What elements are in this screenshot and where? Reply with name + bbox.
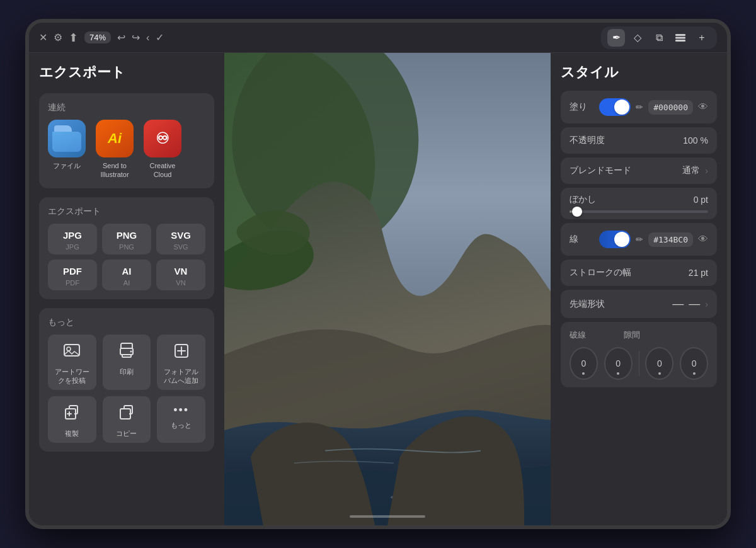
export-section: エクスポート JPG JPG PNG PNG SVG SVG [39, 197, 214, 299]
line-cap-icons: — — › [672, 297, 708, 311]
more-section: もっと アートワークを投稿 [39, 308, 214, 452]
cc-app-label: CreativeCloud [150, 161, 176, 180]
tool-shapes[interactable]: ◇ [629, 29, 646, 47]
fill-toggle[interactable] [599, 98, 631, 116]
more-btn-duplicate[interactable]: 複製 [48, 396, 96, 443]
gap-knob-2[interactable]: 0 [680, 347, 708, 380]
stroke-toggle[interactable] [599, 231, 631, 248]
more-btn-more[interactable]: ••• もっと [157, 396, 205, 443]
fill-row-right: ✏ #000000 👁 [592, 98, 708, 116]
more-btn-post-artwork[interactable]: アートワークを投稿 [48, 334, 96, 391]
svg-point-8 [130, 350, 132, 352]
gap-knob-1[interactable]: 0 [645, 347, 673, 380]
style-title: スタイル [561, 63, 717, 82]
stroke-label: 線 [570, 234, 578, 245]
blend-arrow-icon: › [705, 166, 708, 176]
fill-hex[interactable]: #000000 [648, 100, 693, 115]
opacity-row[interactable]: 不透明度 100 % [561, 127, 717, 154]
post-artwork-icon [63, 342, 81, 363]
dash-knob-2[interactable]: 0 [604, 347, 633, 380]
dash-row-header: 破線 隙間 [570, 329, 708, 341]
format-png[interactable]: PNG PNG [102, 224, 151, 254]
zoom-badge[interactable]: 74% [84, 31, 111, 43]
illustrator-app-icon: Ai [96, 120, 134, 157]
stroke-hex[interactable]: #134BC0 [648, 232, 693, 247]
continuous-section: 連続 ファイル [39, 93, 214, 188]
blend-value: 通常 [682, 165, 700, 176]
dash-knob-1[interactable]: 0 [570, 347, 598, 380]
line-cap-round-icon: — [689, 297, 700, 311]
more-btn-photo-album[interactable]: フォトアルバムへ追加 [157, 334, 205, 391]
format-jpg[interactable]: JPG JPG [48, 224, 97, 254]
fill-label: 塗り [570, 101, 587, 113]
blur-slider-track[interactable] [570, 210, 708, 213]
fill-toggle-knob [614, 100, 629, 115]
line-cap-flat-icon: — [672, 297, 684, 311]
blur-label: ぼかし [570, 194, 596, 205]
dash-knob-2-value: 0 [616, 358, 621, 368]
stroke-width-value: 21 pt [689, 268, 708, 278]
duplicate-icon [63, 404, 81, 425]
blur-row-top: ぼかし 0 pt [570, 194, 708, 205]
print-icon [118, 342, 135, 363]
gap-knob-1-value: 0 [657, 358, 662, 368]
print-label: 印刷 [120, 367, 134, 376]
format-svg[interactable]: SVG SVG [156, 224, 205, 254]
undo-icon[interactable]: ↩ [117, 31, 125, 43]
stroke-pencil-icon[interactable]: ✏ [636, 234, 643, 244]
format-vn[interactable]: VN VN [156, 260, 205, 290]
files-app-icon [48, 120, 86, 157]
share-icon[interactable]: ⬆ [69, 31, 78, 45]
svg-rect-0 [675, 34, 685, 36]
tool-add[interactable]: + [693, 29, 711, 47]
copy-label: コピー [116, 429, 137, 438]
blend-row-right: 通常 › [636, 165, 708, 176]
tool-pen[interactable]: ✒ [607, 29, 625, 47]
format-ai[interactable]: AI AI [102, 260, 151, 290]
canvas-area [224, 53, 551, 525]
continuous-section-title: 連続 [48, 102, 205, 113]
export-section-title: エクスポート [48, 206, 205, 217]
scroll-indicator [350, 515, 425, 518]
more-options-label: もっと [171, 421, 192, 430]
fill-pencil-icon[interactable]: ✏ [636, 102, 643, 112]
more-section-title: もっと [48, 317, 205, 328]
more-options-icon: ••• [173, 404, 189, 417]
duplicate-label: 複製 [65, 429, 79, 438]
gear-icon[interactable]: ⚙ [54, 31, 62, 43]
blur-slider-thumb[interactable] [572, 207, 582, 217]
dash-gap-row: 破線 隙間 0 0 0 [561, 322, 717, 387]
check-icon[interactable]: ✓ [156, 31, 164, 43]
redo-icon[interactable]: ↪ [132, 31, 140, 43]
top-bar: ✕ ⚙ ⬆ 74% ↩ ↪ ‹ ✓ ✒ ◇ ⧉ + [29, 23, 727, 53]
photo-album-icon [173, 342, 190, 363]
stroke-row-right: ✏ #134BC0 👁 [583, 231, 708, 248]
right-panel: スタイル 塗り ✏ #000000 👁 不透明度 100 % [551, 53, 727, 525]
end-shape-row[interactable]: 先端形状 — — › [561, 290, 717, 318]
dash-knob-1-value: 0 [581, 358, 586, 368]
gap-label: 隙間 [624, 329, 640, 341]
files-app-label: ファイル [53, 161, 81, 170]
blur-row: ぼかし 0 pt [561, 188, 717, 219]
more-btn-print[interactable]: 印刷 [103, 334, 151, 391]
close-icon[interactable]: ✕ [39, 31, 47, 43]
blur-value: 0 pt [694, 195, 708, 205]
format-pdf[interactable]: PDF PDF [48, 260, 97, 290]
app-item-illustrator[interactable]: Ai Send toIllustrator [96, 120, 134, 180]
stroke-eye-icon[interactable]: 👁 [698, 234, 708, 245]
app-item-files[interactable]: ファイル [48, 120, 86, 180]
stroke-width-label: ストロークの幅 [570, 267, 631, 278]
more-btn-copy[interactable]: コピー [103, 396, 151, 443]
photo-album-label: フォトアルバムへ追加 [162, 367, 200, 385]
svg-rect-11 [120, 409, 130, 419]
tool-duplicate[interactable]: ⧉ [650, 29, 668, 47]
tool-layers[interactable] [672, 29, 689, 47]
app-item-cc[interactable]: ♾ CreativeCloud [144, 120, 181, 180]
back-icon[interactable]: ‹ [146, 32, 149, 43]
app-grid: ファイル Ai Send toIllustrator ♾ C [48, 120, 205, 180]
stroke-width-row[interactable]: ストロークの幅 21 pt [561, 260, 717, 286]
gap-knob-2-dot [693, 372, 696, 375]
fill-eye-icon[interactable]: 👁 [698, 101, 708, 113]
blend-row[interactable]: ブレンドモード 通常 › [561, 157, 717, 184]
illustrator-app-label: Send toIllustrator [100, 161, 129, 180]
